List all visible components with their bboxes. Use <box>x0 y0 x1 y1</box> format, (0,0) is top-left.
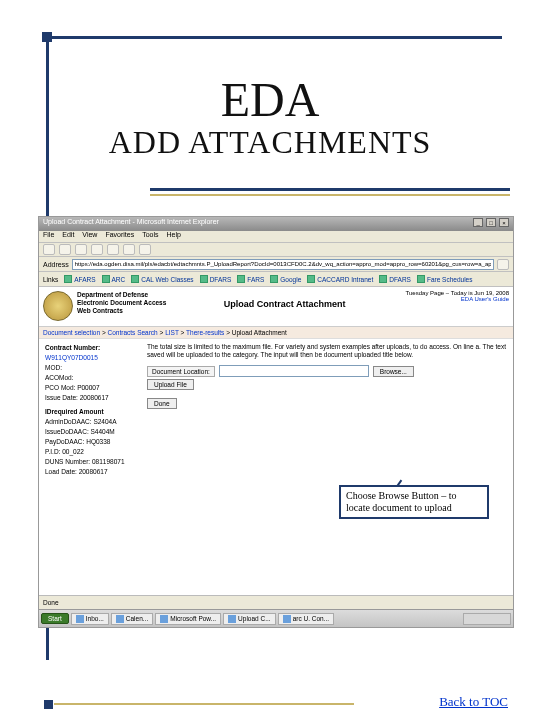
dept-block: Department of Defense Electronic Documen… <box>77 287 166 326</box>
window-titlebar: Upload Contract Attachment - Microsoft I… <box>39 217 513 231</box>
dept-line3: Web Contracts <box>77 307 123 314</box>
status-bar: Done <box>39 595 513 609</box>
admin-label: AdminDoDAAC: <box>45 418 92 425</box>
crumb-3[interactable]: LIST <box>165 329 179 336</box>
slide: EDA ADD ATTACHMENTS Upload Contract Atta… <box>0 0 540 720</box>
link-afars[interactable]: AFARS <box>64 275 95 283</box>
forward-button[interactable] <box>59 244 71 255</box>
menu-favorites[interactable]: Favorites <box>105 231 134 242</box>
duns-label: DUNS Number: <box>45 458 90 465</box>
links-label: Links <box>43 276 58 283</box>
pcomod-label: PCO Mod: <box>45 384 75 391</box>
breadcrumb: Document selection > Contracts Search > … <box>39 327 513 339</box>
menu-file[interactable]: File <box>43 231 54 242</box>
doc-location-input[interactable] <box>219 365 369 377</box>
link-fars[interactable]: FARS <box>237 275 264 283</box>
app-icon <box>160 615 168 623</box>
crumb-4[interactable]: There-results <box>186 329 224 336</box>
page-body: Contract Number: W911QY07D0015 MOD: ACOM… <box>39 339 513 481</box>
link-dfars[interactable]: DFARS <box>200 275 232 283</box>
window-buttons: _ □ × <box>472 218 509 230</box>
menu-view[interactable]: View <box>82 231 97 242</box>
pay-label: PayDoDAAC: <box>45 438 84 445</box>
link-google[interactable]: Google <box>270 275 301 283</box>
task-4[interactable]: Upload C... <box>223 613 276 625</box>
link-cal[interactable]: CAL Web Classes <box>131 275 193 283</box>
back-to-toc-link[interactable]: Back to TOC <box>439 694 508 710</box>
task-1[interactable]: Inbo... <box>71 613 109 625</box>
status-text: Done <box>43 599 59 606</box>
home-button[interactable] <box>107 244 119 255</box>
stop-button[interactable] <box>75 244 87 255</box>
load-date-value: 20080617 <box>79 468 108 475</box>
crumb-1[interactable]: Document selection <box>43 329 100 336</box>
go-button[interactable] <box>497 259 509 270</box>
decor-rule-mid <box>150 188 510 191</box>
page-icon <box>131 275 139 283</box>
acomod-label: ACOMod: <box>45 373 135 383</box>
page-top-right: Tuesday Page – Today is Jun 19, 2008 EDA… <box>403 287 513 326</box>
pid-value: 00_022 <box>62 448 84 455</box>
issue-dodaac-label: IssueDoDAAC: <box>45 428 89 435</box>
close-button[interactable]: × <box>499 218 509 227</box>
slide-title-2: ADD ATTACHMENTS <box>0 124 540 161</box>
menu-edit[interactable]: Edit <box>62 231 74 242</box>
minimize-button[interactable]: _ <box>473 218 483 227</box>
decor-rule-top <box>52 36 502 39</box>
contract-label: Contract Number: <box>45 344 100 351</box>
browse-button[interactable]: Browse... <box>373 366 414 377</box>
right-form-panel: The total size is limited to the maximum… <box>141 339 513 481</box>
pcomod-value: P00007 <box>77 384 99 391</box>
refresh-button[interactable] <box>91 244 103 255</box>
page-icon <box>417 275 425 283</box>
instructions-text: The total size is limited to the maximum… <box>147 343 507 359</box>
link-intranet[interactable]: CACCARD Intranet <box>307 275 373 283</box>
menu-tools[interactable]: Tools <box>142 231 158 242</box>
favorites-button[interactable] <box>139 244 151 255</box>
address-input[interactable] <box>72 259 494 270</box>
admin-value: S2404A <box>93 418 116 425</box>
page-icon <box>307 275 315 283</box>
maximize-button[interactable]: □ <box>486 218 496 227</box>
page-icon <box>200 275 208 283</box>
decor-rule-mid-gold <box>150 194 510 196</box>
decor-rule-bottom <box>54 703 354 705</box>
issue-date-label: Issue Date: <box>45 394 78 401</box>
page-icon <box>64 275 72 283</box>
upload-file-button[interactable]: Upload File <box>147 379 194 390</box>
address-bar: Address <box>39 257 513 272</box>
task-3[interactable]: Microsoft Pow... <box>155 613 221 625</box>
address-label: Address <box>43 261 69 268</box>
embedded-screenshot: Upload Contract Attachment - Microsoft I… <box>38 216 514 628</box>
pid-label: P.I.D: <box>45 448 60 455</box>
crumb-5: Upload Attachment <box>232 329 287 336</box>
link-dfars2[interactable]: DFARS <box>379 275 411 283</box>
page-icon <box>379 275 387 283</box>
left-info-panel: Contract Number: W911QY07D0015 MOD: ACOM… <box>39 339 141 481</box>
callout-box: Choose Browse Button – to locate documen… <box>339 485 489 519</box>
page-heading: Upload Contract Attachment <box>166 287 403 326</box>
task-5[interactable]: arc U. Con... <box>278 613 334 625</box>
page-header: Department of Defense Electronic Documen… <box>39 287 513 327</box>
page-icon <box>270 275 278 283</box>
app-icon <box>116 615 124 623</box>
link-fare[interactable]: Fare Schedules <box>417 275 473 283</box>
app-icon <box>228 615 236 623</box>
contract-link[interactable]: W911QY07D0015 <box>45 354 98 361</box>
decor-square-bl <box>44 700 53 709</box>
done-button[interactable]: Done <box>147 398 177 409</box>
issue-date-value: 20080617 <box>80 394 109 401</box>
link-arc[interactable]: ARC <box>102 275 126 283</box>
back-button[interactable] <box>43 244 55 255</box>
mod-label: MOD: <box>45 363 135 373</box>
duns-value: 081198071 <box>92 458 125 465</box>
start-button[interactable]: Start <box>41 613 69 624</box>
users-guide-link[interactable]: EDA User's Guide <box>403 296 509 302</box>
decor-square-tl <box>42 32 52 42</box>
system-tray[interactable] <box>463 613 511 625</box>
menu-bar: File Edit View Favorites Tools Help <box>39 231 513 243</box>
crumb-2[interactable]: Contracts Search <box>108 329 158 336</box>
task-2[interactable]: Calen... <box>111 613 153 625</box>
search-button[interactable] <box>123 244 135 255</box>
menu-help[interactable]: Help <box>167 231 181 242</box>
